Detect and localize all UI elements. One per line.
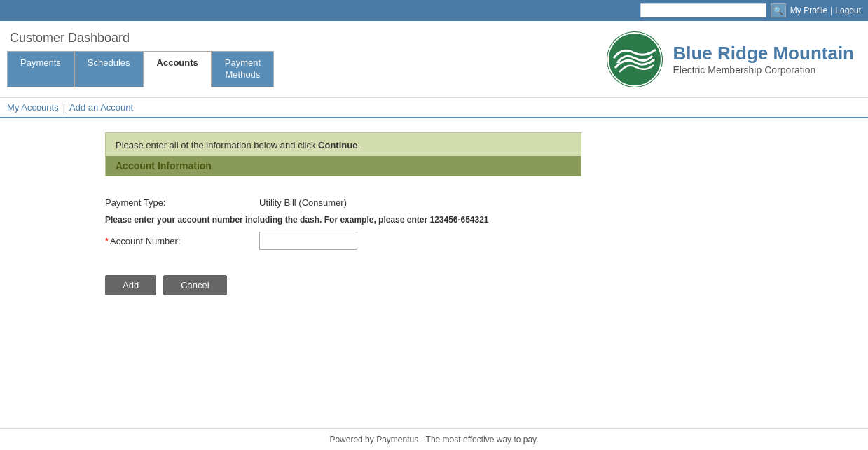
logo-svg — [607, 31, 663, 87]
account-number-row: *Account Number: — [105, 232, 581, 250]
nav-tabs: Payments Schedules Accounts Payment Meth… — [7, 51, 274, 87]
payment-type-row: Payment Type: Utility Bill (Consumer) — [105, 197, 581, 208]
required-star: * — [105, 236, 109, 246]
top-bar: 🔍 My Profile | Logout — [0, 0, 868, 21]
search-button[interactable]: 🔍 — [771, 3, 786, 17]
account-info-header: Account Information — [106, 156, 581, 176]
customer-dashboard-title: Customer Dashboard — [7, 31, 274, 45]
search-icon: 🔍 — [773, 6, 783, 15]
button-row: Add Cancel — [105, 275, 581, 295]
search-input[interactable] — [640, 3, 766, 17]
info-box: Please enter all of the information belo… — [105, 132, 581, 176]
example-note: Please enter your account number includi… — [105, 215, 581, 225]
tab-schedules[interactable]: Schedules — [74, 51, 144, 87]
footer-text: Powered by Paymentus - The most effectiv… — [329, 435, 538, 444]
tab-payments[interactable]: Payments — [7, 51, 74, 87]
breadcrumb-separator: | — [63, 102, 65, 113]
top-nav-separator: | — [830, 6, 832, 15]
tab-accounts[interactable]: Accounts — [144, 51, 212, 87]
account-number-input[interactable] — [259, 232, 357, 250]
main-content: Please enter all of the information belo… — [0, 118, 868, 428]
my-profile-link[interactable]: My Profile — [790, 6, 827, 15]
add-button[interactable]: Add — [105, 275, 156, 295]
logo-text-block: Blue Ridge Mountain Electric Membership … — [673, 43, 854, 76]
header: Customer Dashboard Payments Schedules Ac… — [0, 21, 868, 98]
payment-type-value: Utility Bill (Consumer) — [259, 197, 347, 208]
breadcrumb-bar: My Accounts | Add an Account — [0, 98, 868, 118]
logo-circle — [607, 31, 663, 87]
cancel-button[interactable]: Cancel — [163, 275, 226, 295]
tab-payment-methods[interactable]: Payment Methods — [212, 51, 274, 87]
continue-label: Continue — [318, 140, 357, 150]
info-box-text: Please enter all of the information belo… — [106, 133, 581, 156]
instruction-suffix: . — [357, 140, 360, 150]
add-account-breadcrumb[interactable]: Add an Account — [69, 102, 133, 113]
logo-area: Blue Ridge Mountain Electric Membership … — [607, 31, 868, 87]
my-accounts-breadcrumb[interactable]: My Accounts — [7, 102, 59, 113]
form-fields: Payment Type: Utility Bill (Consumer) Pl… — [105, 190, 581, 264]
logo-subtitle: Electric Membership Corporation — [673, 64, 854, 76]
payment-type-label: Payment Type: — [105, 197, 259, 208]
footer: Powered by Paymentus - The most effectiv… — [0, 428, 868, 450]
logo-title: Blue Ridge Mountain — [673, 43, 854, 64]
logout-link[interactable]: Logout — [835, 6, 861, 15]
account-number-label: *Account Number: — [105, 236, 259, 246]
instruction-text: Please enter all of the information belo… — [116, 140, 318, 150]
form-container: Please enter all of the information belo… — [105, 132, 581, 295]
top-nav-links: My Profile | Logout — [790, 6, 861, 15]
header-left: Customer Dashboard Payments Schedules Ac… — [7, 31, 274, 87]
